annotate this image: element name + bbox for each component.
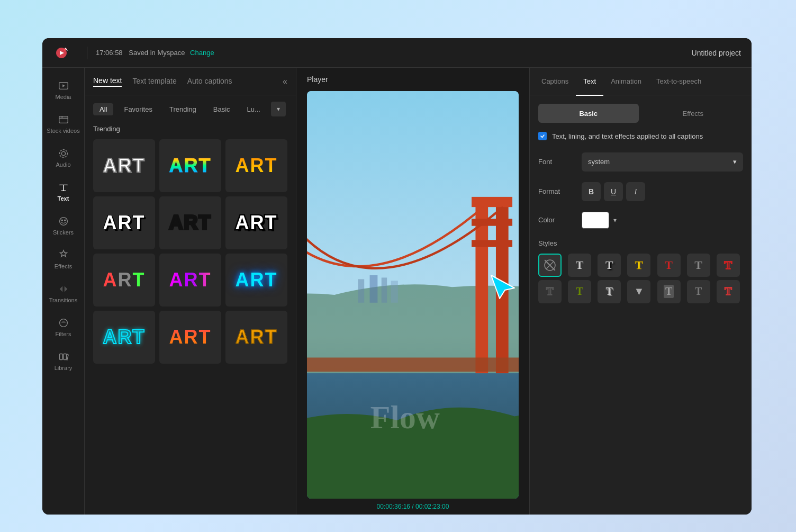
art-text-9: ART bbox=[236, 269, 278, 291]
tab-auto-captions[interactable]: Auto captions bbox=[187, 77, 232, 86]
apply-captions-row: Text, lining, and text effects applied t… bbox=[538, 131, 743, 142]
style-r7-button[interactable]: T bbox=[717, 280, 740, 303]
styles-grid-row1: T T T T T bbox=[538, 254, 743, 277]
format-underline-button[interactable]: U bbox=[604, 182, 623, 201]
svg-rect-28 bbox=[391, 281, 398, 302]
sidebar-item-filters[interactable]: Filters bbox=[47, 311, 80, 343]
sidebar-item-stickers-label: Stickers bbox=[53, 229, 74, 236]
style-plain-button[interactable]: T bbox=[568, 254, 591, 277]
art-card-11[interactable]: ART bbox=[159, 311, 221, 364]
color-swatch-row: ▾ bbox=[582, 212, 617, 229]
save-info: 17:06:58 Saved in Myspace Change bbox=[96, 49, 214, 57]
art-card-6[interactable]: ART bbox=[225, 196, 287, 249]
style-shadow-button[interactable]: T bbox=[598, 254, 621, 277]
change-link[interactable]: Change bbox=[190, 49, 214, 57]
format-bold-button[interactable]: B bbox=[582, 182, 601, 201]
svg-rect-10 bbox=[59, 354, 62, 360]
styles-grid-row2: T T T ▼ T T bbox=[538, 280, 743, 303]
art-card-1[interactable]: ART bbox=[93, 139, 155, 192]
style-r5-button[interactable]: T bbox=[657, 280, 681, 303]
svg-rect-23 bbox=[472, 240, 512, 247]
art-card-4[interactable]: ART bbox=[93, 196, 155, 249]
right-panel-content: Basic Effects Text, lining, and text eff… bbox=[530, 95, 752, 515]
font-select[interactable]: system ▾ bbox=[582, 152, 743, 172]
svg-point-4 bbox=[61, 151, 65, 155]
font-label: Font bbox=[538, 158, 575, 166]
tab-animation[interactable]: Animation bbox=[603, 68, 649, 96]
svg-rect-22 bbox=[472, 219, 512, 226]
player-area: Player bbox=[296, 68, 529, 515]
art-grid: ART ART ART ART ART ART ART bbox=[85, 139, 296, 364]
svg-point-7 bbox=[61, 220, 62, 221]
art-card-9[interactable]: ART bbox=[225, 254, 287, 306]
art-card-3[interactable]: ART bbox=[225, 139, 287, 192]
sidebar-item-stock-label: Stock videos bbox=[47, 128, 79, 134]
art-card-7[interactable]: ART bbox=[93, 254, 155, 306]
sidebar-item-filters-label: Filters bbox=[56, 331, 71, 337]
sidebar-item-text[interactable]: Text bbox=[47, 176, 80, 208]
color-caret-icon[interactable]: ▾ bbox=[613, 217, 617, 224]
svg-rect-25 bbox=[358, 279, 364, 302]
art-card-12[interactable]: ART bbox=[225, 311, 287, 364]
art-card-5[interactable]: ART bbox=[159, 196, 221, 249]
timestamp: 17:06:58 bbox=[96, 49, 123, 57]
art-card-2[interactable]: ART bbox=[159, 139, 221, 192]
filter-all[interactable]: All bbox=[93, 103, 113, 115]
tab-text[interactable]: Text bbox=[576, 68, 603, 96]
tab-captions[interactable]: Captions bbox=[534, 68, 576, 96]
tab-text-template[interactable]: Text template bbox=[132, 77, 176, 86]
filter-bar: All Favorites Trending Basic Lu... ▾ bbox=[85, 95, 296, 123]
font-row: Font system ▾ bbox=[538, 152, 743, 172]
art-card-10[interactable]: ART bbox=[93, 311, 155, 364]
mode-basic-button[interactable]: Basic bbox=[538, 104, 639, 123]
mode-effects-button[interactable]: Effects bbox=[643, 104, 744, 123]
style-r6-button[interactable]: T bbox=[687, 280, 710, 303]
art-text-5: ART bbox=[169, 212, 212, 234]
tab-tts[interactable]: Text-to-speech bbox=[649, 68, 709, 96]
art-text-8: ART bbox=[169, 269, 212, 291]
style-none-button[interactable] bbox=[538, 254, 562, 277]
art-text-6: ART bbox=[236, 212, 278, 234]
sidebar-item-effects[interactable]: Effects bbox=[47, 244, 80, 275]
style-red-stroke-button[interactable]: T bbox=[657, 254, 681, 277]
art-text-10: ART bbox=[103, 326, 146, 348]
apply-captions-checkbox[interactable] bbox=[538, 132, 547, 140]
style-outline-red-button[interactable]: T bbox=[717, 254, 740, 277]
style-r3-button[interactable]: T bbox=[598, 280, 621, 303]
color-swatch[interactable] bbox=[582, 212, 609, 229]
style-r4-button[interactable]: ▼ bbox=[627, 280, 650, 303]
style-r1-button[interactable]: T bbox=[538, 280, 562, 303]
format-row: Format B U I bbox=[538, 182, 743, 201]
svg-point-6 bbox=[59, 218, 67, 226]
svg-rect-1 bbox=[59, 116, 68, 123]
filter-favorites[interactable]: Favorites bbox=[117, 103, 158, 115]
panel-tabs: New text Text template Auto captions « bbox=[85, 68, 296, 95]
format-italic-button[interactable]: I bbox=[626, 182, 645, 201]
sidebar-item-media[interactable]: Media bbox=[47, 74, 80, 106]
right-panel: Captions Text Animation Text-to-speech B… bbox=[529, 68, 752, 515]
filter-trending[interactable]: Trending bbox=[163, 103, 203, 115]
filter-basic[interactable]: Basic bbox=[207, 103, 237, 115]
tab-new-text[interactable]: New text bbox=[93, 76, 122, 87]
sidebar-item-stock-videos[interactable]: Stock videos bbox=[47, 108, 80, 140]
collapse-button[interactable]: « bbox=[283, 77, 287, 86]
sidebar-item-transitions[interactable]: Transitions bbox=[47, 277, 80, 309]
style-gray-button[interactable]: T bbox=[687, 254, 710, 277]
sidebar-item-audio[interactable]: Audio bbox=[47, 142, 80, 174]
save-status: Saved in Myspace bbox=[129, 49, 185, 57]
art-text-3: ART bbox=[236, 155, 278, 177]
sidebar-item-stickers[interactable]: Stickers bbox=[47, 210, 80, 241]
format-label: Format bbox=[538, 187, 575, 195]
svg-rect-26 bbox=[370, 275, 378, 303]
svg-rect-11 bbox=[64, 354, 67, 360]
svg-text:Flow: Flow bbox=[370, 399, 440, 435]
filter-more-button[interactable]: ▾ bbox=[271, 102, 286, 116]
style-yellow-button[interactable]: T bbox=[627, 254, 650, 277]
art-text-1: ART bbox=[103, 155, 146, 177]
sidebar-item-library[interactable]: Library bbox=[47, 345, 80, 377]
svg-rect-27 bbox=[382, 277, 387, 302]
sidebar-item-text-label: Text bbox=[58, 195, 69, 202]
style-r2-button[interactable]: T bbox=[568, 280, 591, 303]
filter-lumi[interactable]: Lu... bbox=[241, 103, 267, 115]
art-card-8[interactable]: ART bbox=[159, 254, 221, 306]
